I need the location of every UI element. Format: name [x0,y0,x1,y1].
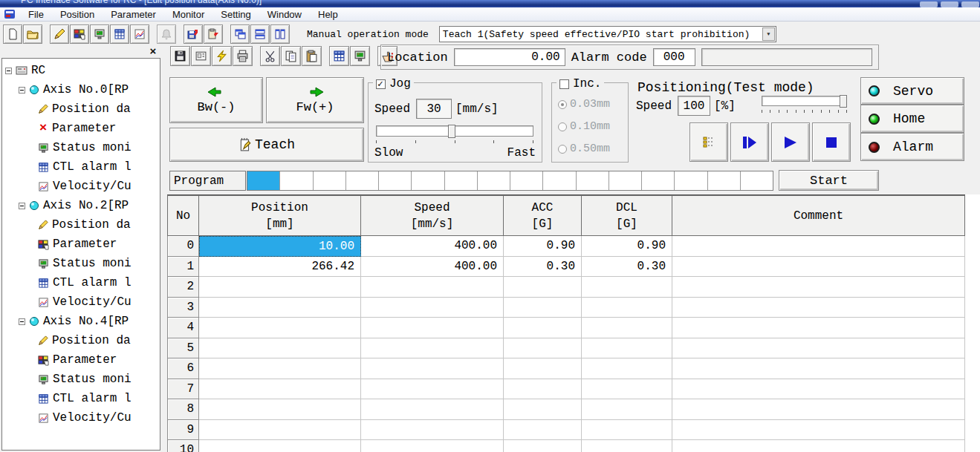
jog-backward-button[interactable]: Bw(-) [169,77,263,123]
cell-speed[interactable] [361,277,504,298]
menu-file[interactable]: File [20,7,52,22]
chevron-down-icon[interactable] [762,27,775,41]
copy-button[interactable] [281,46,301,66]
program-step-cell[interactable] [577,171,609,190]
tree-item-ctl-alarm[interactable]: CTL alarm l [2,389,160,408]
cascade-windows-button[interactable] [230,24,250,44]
velocity-monitor-button[interactable] [130,24,149,44]
cell-position[interactable] [199,440,361,452]
cell-speed[interactable] [361,399,504,420]
cell-position[interactable] [199,420,361,441]
tree-item-status-monitor[interactable]: Status moni [2,138,160,157]
cell-speed[interactable] [361,318,504,338]
cell-position[interactable] [199,318,361,338]
transfer-button[interactable] [191,46,211,66]
cell-comment[interactable] [672,338,965,359]
start-move-button[interactable] [771,122,810,162]
positioning-speed-field[interactable]: 100 [678,96,710,116]
menu-monitor[interactable]: Monitor [164,7,212,22]
edit-parameter-button[interactable] [70,24,89,44]
collapse-icon[interactable] [5,68,12,74]
cell-acc[interactable] [504,338,582,359]
cell-dcl[interactable] [582,298,672,318]
paste-button[interactable] [302,46,322,66]
row-number[interactable]: 10 [167,440,199,452]
cell-acc[interactable] [504,318,582,338]
cell-comment[interactable] [672,298,965,318]
jog-speed-field[interactable]: 30 [416,99,452,119]
cell-comment[interactable] [672,277,965,298]
menu-setting[interactable]: Setting [212,7,259,22]
cell-acc[interactable] [504,277,582,298]
cell-dcl[interactable] [582,399,672,420]
program-step-cell[interactable] [741,171,773,190]
monitor-button[interactable] [350,46,370,66]
cell-comment[interactable] [672,420,965,441]
tree-item-position-data[interactable]: Position da [2,331,160,350]
cell-acc[interactable]: 0.90 [504,236,582,257]
cell-position[interactable] [199,379,361,400]
print-button[interactable] [233,46,253,66]
open-file-button[interactable] [23,24,42,44]
program-step-cell[interactable] [510,171,543,190]
tile-vertical-button[interactable] [270,24,290,44]
tree-item-parameter[interactable]: × Parameter [2,119,160,138]
row-number[interactable]: 4 [167,318,199,338]
collapse-icon[interactable] [19,203,25,209]
cell-position[interactable] [199,338,361,359]
positioning-speed-slider[interactable] [762,96,847,106]
program-step-cell[interactable] [609,171,642,190]
teach-button[interactable]: Teach [169,128,364,162]
row-number[interactable]: 5 [167,338,199,359]
cell-position[interactable] [199,277,361,298]
tree-item-status-monitor[interactable]: Status moni [2,254,160,273]
tree-item-position-data[interactable]: Position da [2,215,160,235]
cell-position[interactable] [199,399,361,420]
tree-item-velocity-monitor[interactable]: Velocity/Cu [2,177,160,196]
cell-acc[interactable] [504,298,582,318]
program-step-cell[interactable] [478,171,510,190]
edit-position-button[interactable] [50,24,69,44]
alarm-list-button[interactable] [110,24,129,44]
tree-close-button[interactable] [146,45,160,56]
program-step-cell[interactable] [543,171,576,190]
program-step-cell[interactable] [708,171,741,190]
cell-dcl[interactable]: 0.90 [582,236,672,257]
program-step-cell[interactable] [412,171,444,190]
cell-speed[interactable] [361,358,504,379]
cell-comment[interactable] [672,440,965,452]
program-step-cell[interactable] [346,171,379,190]
inc-option-0[interactable]: 0.03mm [558,98,610,111]
cell-position[interactable]: 266.42 [199,257,361,278]
row-number[interactable]: 2 [167,277,199,298]
cell-acc[interactable] [504,399,582,420]
program-step-cell[interactable] [247,171,280,190]
cell-speed[interactable] [361,379,504,400]
row-number[interactable]: 6 [167,358,199,379]
row-number[interactable]: 7 [167,379,199,400]
cell-comment[interactable] [672,318,965,338]
cell-acc[interactable]: 0.30 [504,257,582,278]
cell-speed[interactable] [361,440,504,452]
collapse-icon[interactable] [19,318,25,325]
jog-forward-button[interactable]: Fw(+) [266,77,364,123]
cell-speed[interactable]: 400.00 [361,236,504,257]
cell-comment[interactable] [672,236,965,257]
program-step-cell[interactable] [379,171,412,190]
cell-dcl[interactable] [582,338,672,359]
servo-button[interactable]: Servo [860,77,964,105]
tree-item-ctl-alarm[interactable]: CTL alarm l [2,273,160,292]
slider-thumb[interactable] [448,125,455,138]
program-step-cell[interactable] [675,171,707,190]
tree-item-axis-0[interactable]: Axis No.0[RP [2,80,160,99]
step-move-button[interactable] [730,122,769,162]
program-step-cell[interactable] [445,171,478,190]
cut-button[interactable] [260,46,280,66]
minimize-button[interactable] [920,1,938,7]
cell-acc[interactable] [504,420,582,441]
save-to-controller-button[interactable] [184,24,203,44]
maximize-button[interactable] [941,1,958,7]
close-button[interactable] [961,1,979,7]
cell-speed[interactable] [361,298,504,318]
cell-speed[interactable] [361,338,504,359]
